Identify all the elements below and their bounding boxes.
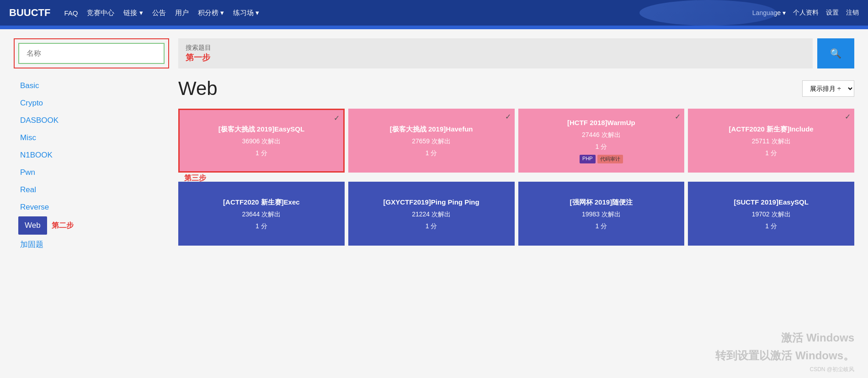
card-score-8: 1 分	[765, 222, 777, 231]
card-title-3: [HCTF 2018]WarmUp	[567, 118, 635, 127]
check-icon-2: ✓	[505, 112, 511, 121]
card-solves-3: 27446 次解出	[582, 131, 621, 139]
nav-faq[interactable]: FAQ	[64, 9, 78, 17]
navbar-links: FAQ 竞赛中心 链接 ▾ 公告 用户 积分榜 ▾ 练习场 ▾	[64, 9, 259, 17]
tag-php: PHP	[580, 155, 596, 163]
card-solves-5: 23644 次解出	[242, 210, 281, 219]
sidebar-step-label: 第二步	[52, 221, 74, 231]
card-include-2020[interactable]: ✓ [ACTF2020 新生赛]Include 25711 次解出 1 分	[688, 109, 854, 173]
sidebar-item-n1book[interactable]: N1BOOK	[18, 147, 169, 163]
card-score-7: 1 分	[596, 222, 607, 231]
watermark-line1: 激活 Windows	[715, 329, 854, 346]
card-title-5: [ACTF2020 新生赛]Exec	[223, 197, 300, 207]
cards-row-2: [ACTF2020 新生赛]Exec 23644 次解出 1 分 [GXYCTF…	[178, 182, 854, 246]
nav-contest[interactable]: 竞赛中心	[87, 9, 114, 17]
card-tags-3: PHP 代码审计	[580, 155, 623, 163]
sidebar-item-crypto[interactable]: Crypto	[18, 95, 169, 111]
card-solves-6: 21224 次解出	[412, 210, 451, 219]
search-label: 搜索题目	[186, 44, 805, 52]
navbar-right: Language ▾ 个人资料 设置 注销	[752, 9, 859, 17]
card-solves-8: 19702 次解出	[752, 210, 791, 219]
card-title-4: [ACTF2020 新生赛]Include	[729, 124, 814, 134]
section-header: Web 展示排月 ÷	[178, 78, 854, 100]
navbar: BUUCTF FAQ 竞赛中心 链接 ▾ 公告 用户 积分榜 ▾ 练习场 ▾ L…	[0, 0, 868, 26]
card-solves-7: 19983 次解出	[582, 210, 621, 219]
search-row: 搜索题目 第一步 🔍	[178, 38, 854, 68]
sidebar-item-pwn[interactable]: Pwn	[18, 164, 169, 181]
search-label-container: 搜索题目 第一步	[178, 38, 813, 68]
card-score-2: 1 分	[426, 149, 437, 158]
card-exec-2020[interactable]: [ACTF2020 新生赛]Exec 23644 次解出 1 分	[178, 182, 345, 246]
check-icon-3: ✓	[675, 112, 681, 121]
card-title: [极客大挑战 2019]EasySQL	[218, 124, 304, 134]
search-step-label: 第一步	[186, 52, 805, 63]
sidebar-item-real[interactable]: Real	[18, 182, 169, 198]
nav-users[interactable]: 用户	[175, 9, 189, 17]
sidebar-item-misc[interactable]: Misc	[18, 130, 169, 146]
card-sqlinject-2019[interactable]: [强网杯 2019]随便注 19983 次解出 1 分	[518, 182, 685, 246]
content-area: 搜索题目 第一步 🔍 Web 展示排月 ÷ ✓ [极客大挑战 2019]Easy…	[178, 38, 854, 253]
main-container: Basic Crypto DASBOOK Misc N1BOOK Pwn Rea…	[0, 29, 868, 262]
watermark-line2: 转到设置以激活 Windows。	[715, 347, 854, 364]
card-solves-2: 27659 次解出	[412, 137, 451, 146]
card-score-6: 1 分	[426, 222, 437, 231]
card-score-4: 1 分	[765, 149, 777, 158]
sidebar-item-dasbook[interactable]: DASBOOK	[18, 112, 169, 129]
search-icon: 🔍	[830, 48, 841, 58]
card-score-3: 1 分	[596, 143, 607, 151]
watermark-csdn: CSDN @初尘岐风	[809, 366, 854, 373]
watermark: 激活 Windows 转到设置以激活 Windows。	[715, 329, 854, 364]
tag-audit: 代码审计	[597, 155, 623, 163]
card-warmup-2018[interactable]: ✓ [HCTF 2018]WarmUp 27446 次解出 1 分 PHP 代码…	[518, 109, 685, 173]
sidebar-links: Basic Crypto DASBOOK Misc N1BOOK Pwn Rea…	[14, 78, 169, 253]
card-suctf-easysql-2019[interactable]: [SUCTF 2019]EasySQL 19702 次解出 1 分	[688, 182, 854, 246]
sidebar-item-basic[interactable]: Basic	[18, 78, 169, 94]
sub-bar	[0, 26, 868, 29]
section-title: Web	[178, 78, 218, 100]
card-solves-4: 25711 次解出	[752, 137, 791, 146]
nav-announce[interactable]: 公告	[152, 9, 166, 17]
nav-practice[interactable]: 练习场 ▾	[233, 9, 259, 17]
card-score-5: 1 分	[256, 222, 267, 231]
sidebar-item-add[interactable]: 加固题	[18, 236, 169, 253]
nav-language[interactable]: Language ▾	[752, 9, 786, 16]
card-score: 1 分	[256, 149, 267, 158]
card-easysql-2019[interactable]: ✓ [极客大挑战 2019]EasySQL 36906 次解出 1 分 第三步	[178, 109, 345, 173]
sidebar-item-web[interactable]: Web	[18, 216, 47, 235]
search-button[interactable]: 🔍	[817, 38, 854, 68]
sort-select[interactable]: 展示排月 ÷	[802, 80, 854, 97]
sidebar-search-box	[14, 38, 169, 68]
card-title-6: [GXYCTF2019]Ping Ping Ping	[383, 197, 479, 207]
card-title-7: [强网杯 2019]随便注	[570, 197, 633, 207]
nav-scores[interactable]: 积分榜 ▾	[198, 9, 224, 17]
sidebar: Basic Crypto DASBOOK Misc N1BOOK Pwn Rea…	[14, 38, 169, 253]
card-havefun-2019[interactable]: ✓ [极客大挑战 2019]Havefun 27659 次解出 1 分	[348, 109, 515, 173]
card-title-2: [极客大挑战 2019]Havefun	[390, 124, 473, 134]
card-solves: 36906 次解出	[242, 137, 281, 146]
card-title-8: [SUCTF 2019]EasySQL	[734, 197, 808, 207]
sidebar-item-reverse[interactable]: Reverse	[18, 199, 169, 215]
check-icon-4: ✓	[845, 112, 851, 121]
cards-row-1: ✓ [极客大挑战 2019]EasySQL 36906 次解出 1 分 第三步 …	[178, 109, 854, 173]
nav-links[interactable]: 链接 ▾	[123, 9, 143, 17]
card-pingping-2019[interactable]: [GXYCTF2019]Ping Ping Ping 21224 次解出 1 分	[348, 182, 515, 246]
nav-profile[interactable]: 个人资料	[793, 9, 819, 17]
brand-logo[interactable]: BUUCTF	[9, 7, 50, 19]
nav-logout[interactable]: 注销	[846, 9, 859, 17]
check-icon: ✓	[334, 114, 340, 122]
sidebar-search-input[interactable]	[18, 43, 165, 64]
nav-settings[interactable]: 设置	[826, 9, 839, 17]
